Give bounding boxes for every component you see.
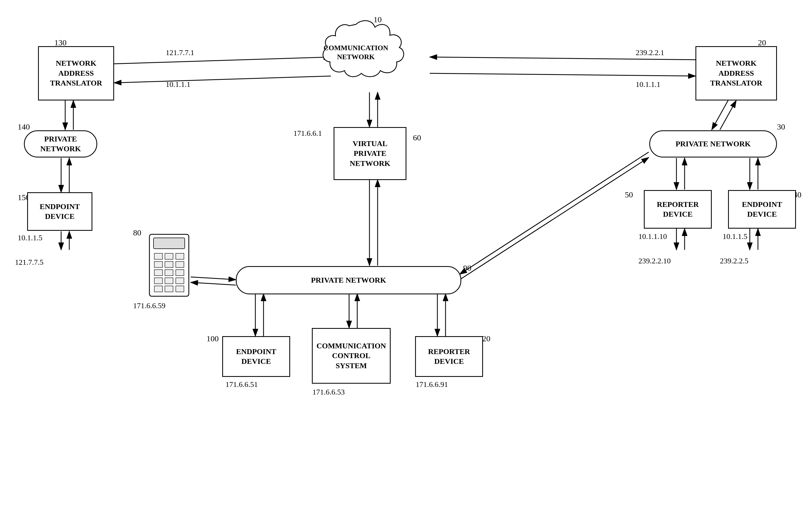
phone-device — [147, 233, 192, 298]
svg-rect-48 — [165, 270, 173, 276]
ref-90: 90 — [463, 263, 471, 273]
private-net-left-label: PRIVATENETWORK — [40, 134, 81, 154]
endpoint-left-label: ENDPOINTDEVICE — [40, 202, 80, 221]
endpoint-right-ip1: 10.1.1.5 — [723, 232, 747, 241]
svg-rect-45 — [165, 262, 173, 268]
svg-rect-52 — [176, 278, 184, 284]
reporter-right-label: REPORTERDEVICE — [657, 200, 699, 219]
endpoint-center-box: ENDPOINTDEVICE — [222, 336, 290, 377]
reporter-center-ip: 171.6.6.91 — [416, 380, 448, 389]
svg-rect-47 — [154, 270, 163, 276]
ref-20: 20 — [758, 38, 766, 47]
endpoint-right-ip2: 239.2.2.5 — [720, 256, 748, 265]
endpoint-left-ip1: 10.1.1.5 — [18, 234, 42, 242]
private-net-right: PRIVATE NETWORK — [649, 130, 777, 157]
private-net-center: PRIVATE NETWORK — [236, 266, 461, 294]
phone-ip: 171.6.6.59 — [133, 301, 166, 310]
reporter-center-label: REPORTERDEVICE — [428, 347, 470, 367]
ref-100: 100 — [206, 334, 219, 343]
svg-rect-46 — [176, 262, 184, 268]
svg-rect-55 — [176, 286, 184, 292]
svg-line-27 — [191, 277, 236, 280]
endpoint-left-box: ENDPOINTDEVICE — [27, 192, 92, 231]
reporter-right-ip2: 239.2.2.10 — [638, 256, 671, 265]
vpn-label: VIRTUALPRIVATENETWORK — [350, 139, 390, 168]
svg-rect-43 — [176, 253, 184, 259]
svg-line-5 — [430, 57, 695, 60]
endpoint-left-ip2: 121.7.7.5 — [15, 258, 44, 267]
svg-rect-44 — [154, 262, 163, 268]
nat-right-ip-public: 239.2.2.1 — [636, 48, 664, 57]
comm-control-label: COMMUNICATIONCONTROLSYSTEM — [317, 341, 386, 371]
ref-60: 60 — [413, 133, 421, 142]
nat-left-box: NETWORKADDRESSTRANSLATOR — [38, 46, 114, 100]
svg-rect-51 — [165, 278, 173, 284]
private-net-right-label: PRIVATE NETWORK — [676, 139, 751, 149]
endpoint-right-box: ENDPOINTDEVICE — [728, 190, 796, 229]
svg-rect-42 — [165, 253, 173, 259]
svg-rect-49 — [176, 270, 184, 276]
nat-right-ip-private: 10.1.1.1 — [636, 80, 660, 89]
svg-line-36 — [460, 152, 649, 274]
comm-control-box: COMMUNICATIONCONTROLSYSTEM — [312, 328, 390, 384]
nat-right-box: NETWORKADDRESSTRANSLATOR — [695, 46, 777, 100]
svg-text:COMMUNICATION: COMMUNICATION — [323, 44, 388, 52]
svg-rect-54 — [165, 286, 173, 292]
svg-line-35 — [460, 157, 649, 280]
svg-line-4 — [114, 76, 331, 83]
ref-50: 50 — [625, 190, 633, 199]
ref-130: 130 — [54, 38, 66, 47]
nat-right-label: NETWORKADDRESSTRANSLATOR — [710, 58, 762, 88]
svg-rect-40 — [153, 238, 185, 249]
svg-line-6 — [430, 73, 695, 76]
endpoint-center-ip: 171.6.6.51 — [226, 380, 258, 389]
svg-text:NETWORK: NETWORK — [337, 53, 375, 61]
reporter-center-box: REPORTERDEVICE — [415, 336, 483, 377]
private-net-center-label: PRIVATE NETWORK — [311, 275, 386, 285]
reporter-right-box: REPORTERDEVICE — [644, 190, 712, 229]
nat-left-label: NETWORKADDRESSTRANSLATOR — [50, 58, 102, 88]
svg-line-3 — [114, 57, 331, 64]
ref-140: 140 — [18, 122, 30, 131]
svg-rect-50 — [154, 278, 163, 284]
vpn-box: VIRTUALPRIVATENETWORK — [334, 127, 406, 180]
ref-80: 80 — [133, 228, 141, 237]
nat-left-ip-public: 121.7.7.1 — [166, 48, 194, 57]
nat-left-ip-private: 10.1.1.1 — [166, 80, 191, 89]
ref-30: 30 — [777, 122, 785, 131]
reporter-right-ip1: 10.1.1.10 — [638, 232, 667, 241]
endpoint-center-label: ENDPOINTDEVICE — [236, 347, 276, 367]
endpoint-right-label: ENDPOINTDEVICE — [742, 200, 782, 219]
svg-line-28 — [191, 282, 236, 285]
svg-line-16 — [720, 100, 736, 130]
svg-rect-41 — [154, 253, 163, 259]
private-net-left: PRIVATENETWORK — [24, 130, 97, 157]
svg-line-15 — [712, 100, 728, 130]
svg-rect-53 — [154, 286, 163, 292]
vpn-ip: 171.6.6.1 — [293, 129, 322, 138]
comm-control-ip: 171.6.6.53 — [312, 388, 345, 396]
